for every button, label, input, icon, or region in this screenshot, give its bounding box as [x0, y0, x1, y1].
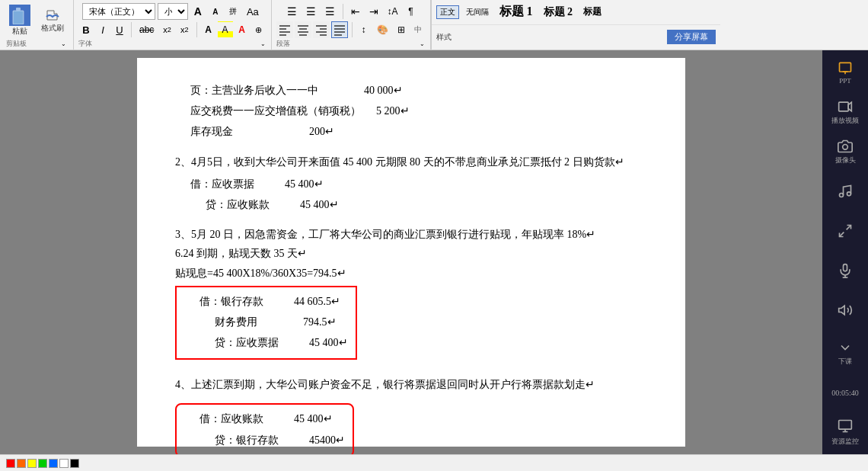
section3-debit1-amount: 44 605.5↵: [294, 292, 340, 311]
paste-button[interactable]: 粘贴: [6, 3, 34, 38]
color-white[interactable]: [59, 459, 69, 468]
clear-format-button[interactable]: Aa: [243, 3, 263, 20]
svg-point-25: [840, 194, 844, 197]
font-color2-button[interactable]: A: [235, 21, 250, 38]
section4-debit-label: 借：应收账款: [199, 409, 263, 428]
svg-rect-2: [16, 8, 21, 11]
sidebar-fullscreen[interactable]: [826, 212, 864, 250]
color-orange[interactable]: [17, 459, 26, 468]
numbering-button[interactable]: ☰: [302, 3, 320, 20]
superscript-button[interactable]: x2: [177, 21, 193, 38]
italic-button[interactable]: I: [95, 21, 110, 38]
color-palette: [6, 459, 79, 468]
align-right-button[interactable]: [313, 21, 330, 38]
sep2: [196, 22, 197, 37]
split-screen-button[interactable]: 分享屏幕: [667, 30, 716, 44]
font-grow-button[interactable]: A: [190, 3, 206, 20]
underline-button[interactable]: U: [112, 21, 127, 38]
sidebar-camera[interactable]: 摄像头: [826, 133, 864, 171]
border-button[interactable]: ⊞: [394, 21, 409, 38]
styles-section: 正文 无间隔 标题 1 标题 2 标题 样式 分享屏幕: [431, 0, 720, 50]
align-left-button[interactable]: [276, 21, 293, 38]
decrease-indent-button[interactable]: ⇤: [347, 3, 364, 20]
strikethrough-button[interactable]: abc: [136, 21, 158, 38]
camera-label: 摄像头: [835, 155, 856, 165]
line-spacing-button[interactable]: ↕: [356, 21, 372, 38]
font-name-select[interactable]: 宋体（正文）: [82, 3, 155, 20]
section3-debit1: 借：银行存款 44 605.5↵: [184, 292, 348, 311]
svg-rect-19: [840, 62, 851, 72]
color-black[interactable]: [70, 459, 79, 468]
sidebar-speaker[interactable]: [826, 291, 864, 329]
bold-button[interactable]: B: [78, 21, 94, 38]
section2: 2、4月5日，收到大华公司开来面值 45 400 元期限 80 天的不带息商业承…: [175, 152, 647, 223]
video-label: 播放视频: [831, 116, 859, 126]
highlight-button[interactable]: A: [218, 21, 233, 38]
style-heading3[interactable]: 标题: [579, 4, 605, 20]
document-area[interactable]: 页：主营业务后收入一一中 40 000↵ 应交税费一一应交增值税（销项税） 5 …: [0, 50, 822, 454]
section1-line2: 应交税费一一应交增值税（销项税） 5 200↵: [175, 101, 647, 120]
char-spacing-button[interactable]: ⊕: [251, 21, 266, 38]
color-red[interactable]: [6, 459, 15, 468]
clipboard-section: 粘贴 格式刷 剪贴板 ⌄: [0, 0, 74, 50]
sidebar-ppt[interactable]: PPT: [826, 53, 864, 91]
paste-icon: [9, 5, 30, 26]
sidebar-video[interactable]: 播放视频: [826, 93, 864, 131]
sidebar-music[interactable]: [826, 172, 864, 210]
section3-debit2-label: 财务费用: [215, 312, 257, 332]
svg-point-26: [847, 192, 851, 196]
section1-text2: 应交税费一一应交增值税（销项税）: [190, 101, 361, 120]
format-label: 格式刷: [41, 23, 64, 34]
styles-row1: 正文 无间隔 标题 1 标题 2 标题: [432, 0, 720, 25]
align-center-button[interactable]: [295, 21, 311, 38]
sidebar-mic[interactable]: [826, 252, 864, 290]
section3-debit1-label: 借：银行存款: [199, 292, 263, 311]
sidebar-monitor[interactable]: 资源监控: [826, 413, 864, 451]
svg-marker-32: [839, 306, 845, 315]
styles-section-name: 样式: [436, 32, 452, 43]
color-yellow[interactable]: [27, 459, 37, 468]
shading-button[interactable]: 🎨: [373, 21, 392, 38]
style-heading1[interactable]: 标题 1: [496, 2, 537, 21]
font-size-select[interactable]: 小三: [158, 3, 188, 20]
subscript-button[interactable]: x2: [159, 21, 175, 38]
sep4: [352, 22, 353, 37]
section4: 4、上述汇票到期，大华公司账户资金不足，银行将票据退回同时从开户行将票据款划走↵…: [175, 375, 647, 454]
section3-credit: 贷：应收票据 45 400↵: [184, 333, 348, 352]
show-marks-button[interactable]: ¶: [404, 3, 419, 20]
color-blue[interactable]: [49, 459, 58, 468]
style-heading2[interactable]: 标题 2: [540, 4, 577, 21]
section4-credit-label: 贷：银行存款: [215, 431, 279, 450]
section2-credit: 贷：应收账款 45 400↵: [175, 195, 647, 214]
next-label: 下课: [838, 357, 852, 367]
increase-indent-button[interactable]: ⇥: [365, 3, 382, 20]
sidebar-timer: 00:05:40: [826, 373, 864, 412]
font-shrink-button[interactable]: A: [208, 3, 223, 20]
sep1: [131, 22, 132, 37]
style-normal[interactable]: 正文: [436, 5, 459, 19]
section3-redbox: 借：银行存款 44 605.5↵ 财务费用 794.5↵ 贷：应收票据 45 4…: [175, 286, 357, 360]
justify-button[interactable]: [331, 21, 348, 38]
color-green[interactable]: [38, 459, 47, 468]
main-area: 页：主营业务后收入一一中 40 000↵ 应交税费一一应交增值税（销项税） 5 …: [0, 50, 868, 454]
clipboard-buttons: 粘贴 格式刷: [6, 3, 67, 38]
multilevel-button[interactable]: ☰: [321, 3, 339, 20]
bullets-button[interactable]: ☰: [283, 3, 301, 20]
svg-line-28: [840, 232, 844, 237]
section1: 页：主营业务后收入一一中 40 000↵ 应交税费一一应交增值税（销项税） 5 …: [175, 81, 647, 149]
clipboard-expand[interactable]: ⌄: [61, 40, 67, 46]
section2-debit-amount: 45 400↵: [285, 175, 324, 194]
section3-debit2: 财务费用 794.5↵: [184, 312, 348, 332]
sort-button[interactable]: ↕A: [384, 3, 402, 20]
section3-credit-amount: 45 400↵: [309, 333, 348, 352]
paragraph-expand[interactable]: ⌄: [420, 40, 426, 46]
style-no-spacing[interactable]: 无间隔: [462, 5, 493, 19]
font-color-button[interactable]: A: [201, 21, 216, 38]
format-button[interactable]: 格式刷: [38, 6, 67, 35]
paste-label: 粘贴: [12, 26, 27, 37]
sidebar-next[interactable]: 下课: [826, 334, 864, 372]
font-expand[interactable]: ⌄: [260, 40, 266, 46]
phonetic-button[interactable]: 拼: [225, 3, 241, 20]
styles-row2: 样式 分享屏幕: [432, 25, 720, 50]
chinese-layout-button[interactable]: 中: [410, 21, 426, 38]
